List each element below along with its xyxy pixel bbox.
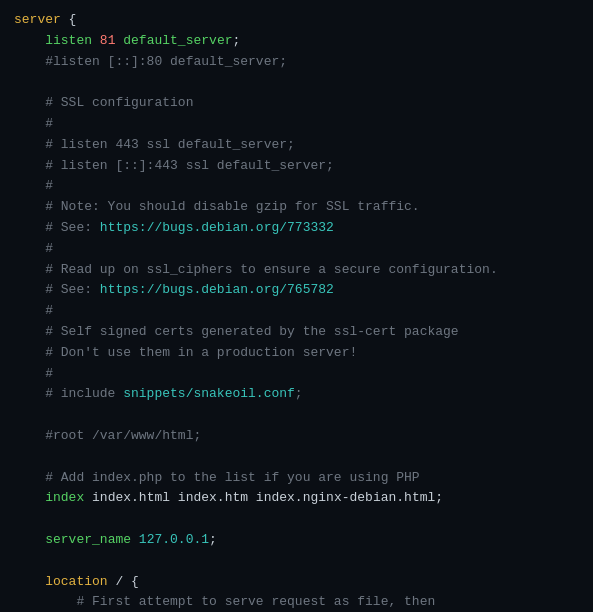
line-26: server_name 127.0.0.1; (14, 530, 579, 551)
line-24: index index.html index.htm index.nginx-d… (14, 488, 579, 509)
line-25 (14, 509, 579, 530)
line-1: server { (14, 10, 579, 31)
line-23: # Add index.php to the list if you are u… (14, 468, 579, 489)
line-11: # See: https://bugs.debian.org/773332 (14, 218, 579, 239)
line-29: # First attempt to serve request as file… (14, 592, 579, 612)
line-20 (14, 405, 579, 426)
line-6: # (14, 114, 579, 135)
line-8: # listen [::]:443 ssl default_server; (14, 156, 579, 177)
line-16: # Self signed certs generated by the ssl… (14, 322, 579, 343)
line-18: # (14, 364, 579, 385)
line-19: # include snippets/snakeoil.conf; (14, 384, 579, 405)
line-7: # listen 443 ssl default_server; (14, 135, 579, 156)
line-17: # Don't use them in a production server! (14, 343, 579, 364)
line-3: #listen [::]:80 default_server; (14, 52, 579, 73)
line-10: # Note: You should disable gzip for SSL … (14, 197, 579, 218)
line-9: # (14, 176, 579, 197)
line-5: # SSL configuration (14, 93, 579, 114)
line-21: #root /var/www/html; (14, 426, 579, 447)
line-15: # (14, 301, 579, 322)
line-27 (14, 551, 579, 572)
line-12: # (14, 239, 579, 260)
line-14: # See: https://bugs.debian.org/765782 (14, 280, 579, 301)
line-22 (14, 447, 579, 468)
line-13: # Read up on ssl_ciphers to ensure a sec… (14, 260, 579, 281)
line-28: location / { (14, 572, 579, 593)
code-editor: server { listen 81 default_server; #list… (0, 0, 593, 612)
line-2: listen 81 default_server; (14, 31, 579, 52)
line-4 (14, 72, 579, 93)
